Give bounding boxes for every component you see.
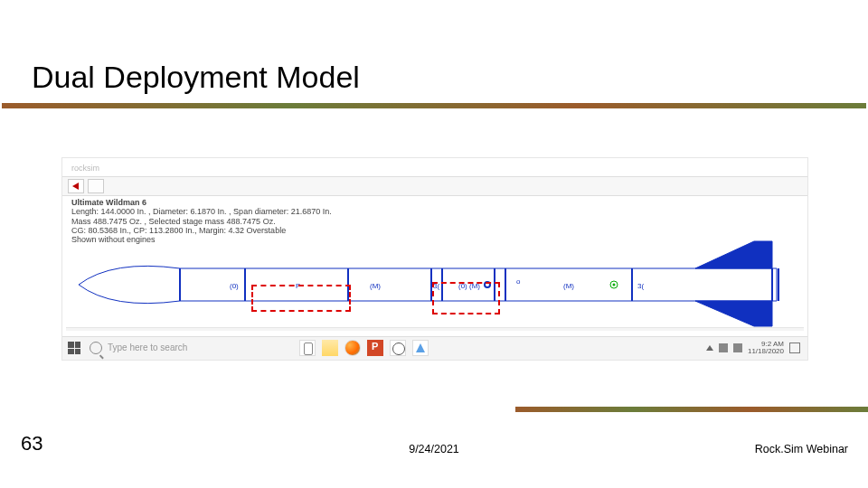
footer-title: Rock.Sim Webinar (755, 443, 848, 455)
svg-text:3(: 3( (637, 282, 644, 290)
svg-text:(M): (M) (370, 282, 381, 290)
tray-icon-1[interactable] (719, 343, 728, 352)
rocket-name: Ultimate Wildman 6 (71, 198, 332, 207)
svg-text:(0): (0) (230, 282, 239, 290)
page-number: 63 (21, 432, 42, 455)
highlight-drogue-section (251, 285, 351, 312)
tray-icon-2[interactable] (733, 343, 742, 352)
tool-button-view[interactable] (88, 179, 104, 193)
divider-bottom-right (515, 407, 868, 412)
start-button[interactable] (68, 342, 80, 354)
spec-length-diameter: Length: 144.0000 In. , Diameter: 6.1870 … (71, 207, 332, 216)
search-icon[interactable] (90, 342, 102, 354)
taskbar-pinned-apps (299, 340, 429, 358)
photo-app-icon[interactable] (412, 340, 429, 356)
search-input-placeholder[interactable]: Type here to search (108, 343, 187, 352)
taskbar-clock[interactable]: 9:2 AM 11/18/2020 (748, 341, 784, 355)
svg-text:o: o (516, 277, 521, 286)
app-name-label: rocksim (71, 164, 99, 173)
windows-taskbar: Type here to search 9:2 AM 11/18/2020 (62, 336, 807, 360)
file-explorer-icon[interactable] (322, 340, 338, 356)
system-tray: 9:2 AM 11/18/2020 (706, 341, 800, 355)
spec-mass: Mass 488.7475 Oz. , Selected stage mass … (71, 217, 332, 226)
rocksim-icon[interactable] (390, 340, 406, 356)
action-center-icon[interactable] (789, 343, 800, 353)
tray-overflow-icon[interactable] (706, 345, 713, 351)
clock-date: 11/18/2020 (748, 348, 784, 355)
app-status-bar (66, 327, 804, 331)
design-canvas: Ultimate Wildman 6 Length: 144.0000 In. … (66, 196, 804, 329)
svg-point-20 (613, 284, 616, 286)
svg-text:(M): (M) (563, 282, 574, 290)
highlight-avionics-section (432, 282, 500, 314)
slide-title: Dual Deployment Model (32, 60, 360, 95)
app-screenshot: rocksim Ultimate Wildman 6 Length: 144.0… (61, 157, 808, 361)
powerpoint-icon[interactable] (367, 340, 383, 356)
tool-button-left-arrow[interactable] (68, 179, 84, 193)
taskview-icon[interactable] (299, 340, 316, 356)
firefox-icon[interactable] (344, 340, 361, 356)
footer-date: 9/24/2021 (409, 443, 459, 455)
divider-top (2, 103, 866, 108)
toolbar-row (62, 176, 807, 196)
